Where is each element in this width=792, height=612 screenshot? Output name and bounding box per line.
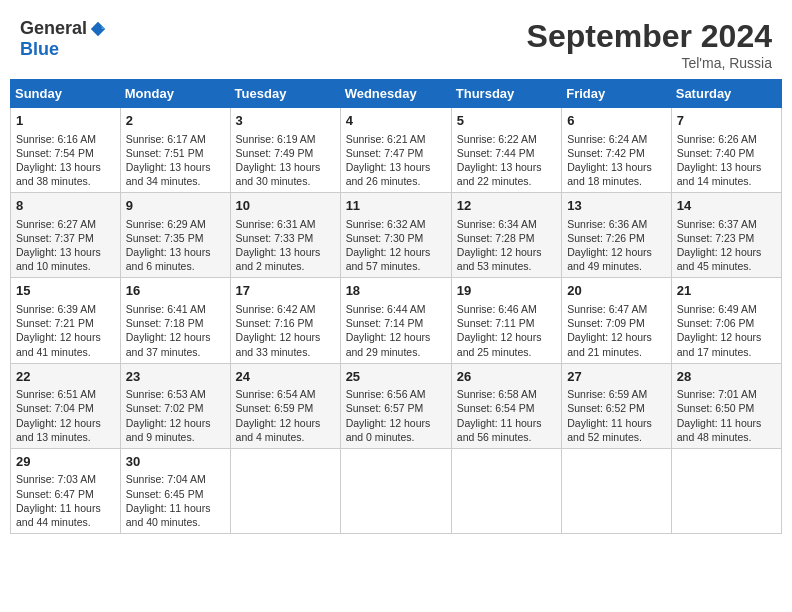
cell-sun-info: Sunrise: 6:22 AM Sunset: 7:44 PM Dayligh… (457, 132, 556, 189)
day-number: 3 (236, 112, 335, 130)
cell-sun-info: Sunrise: 6:58 AM Sunset: 6:54 PM Dayligh… (457, 387, 556, 444)
weekday-header: Monday (120, 80, 230, 108)
calendar-cell: 12Sunrise: 6:34 AM Sunset: 7:28 PM Dayli… (451, 193, 561, 278)
weekday-header: Sunday (11, 80, 121, 108)
day-number: 10 (236, 197, 335, 215)
day-number: 26 (457, 368, 556, 386)
logo-blue-text: Blue (20, 39, 59, 59)
calendar-cell: 2Sunrise: 6:17 AM Sunset: 7:51 PM Daylig… (120, 108, 230, 193)
calendar-cell: 14Sunrise: 6:37 AM Sunset: 7:23 PM Dayli… (671, 193, 781, 278)
cell-sun-info: Sunrise: 6:46 AM Sunset: 7:11 PM Dayligh… (457, 302, 556, 359)
weekday-header: Tuesday (230, 80, 340, 108)
calendar-cell: 8Sunrise: 6:27 AM Sunset: 7:37 PM Daylig… (11, 193, 121, 278)
day-number: 25 (346, 368, 446, 386)
calendar-cell: 26Sunrise: 6:58 AM Sunset: 6:54 PM Dayli… (451, 363, 561, 448)
cell-sun-info: Sunrise: 6:56 AM Sunset: 6:57 PM Dayligh… (346, 387, 446, 444)
cell-sun-info: Sunrise: 6:27 AM Sunset: 7:37 PM Dayligh… (16, 217, 115, 274)
cell-sun-info: Sunrise: 6:51 AM Sunset: 7:04 PM Dayligh… (16, 387, 115, 444)
month-title: September 2024 (527, 18, 772, 55)
cell-sun-info: Sunrise: 6:16 AM Sunset: 7:54 PM Dayligh… (16, 132, 115, 189)
day-number: 28 (677, 368, 776, 386)
cell-sun-info: Sunrise: 6:37 AM Sunset: 7:23 PM Dayligh… (677, 217, 776, 274)
logo: General Blue (20, 18, 107, 60)
cell-sun-info: Sunrise: 7:04 AM Sunset: 6:45 PM Dayligh… (126, 472, 225, 529)
day-number: 23 (126, 368, 225, 386)
day-number: 15 (16, 282, 115, 300)
calendar-cell: 5Sunrise: 6:22 AM Sunset: 7:44 PM Daylig… (451, 108, 561, 193)
calendar-cell: 30Sunrise: 7:04 AM Sunset: 6:45 PM Dayli… (120, 448, 230, 533)
day-number: 20 (567, 282, 666, 300)
cell-sun-info: Sunrise: 6:21 AM Sunset: 7:47 PM Dayligh… (346, 132, 446, 189)
day-number: 18 (346, 282, 446, 300)
weekday-header: Thursday (451, 80, 561, 108)
calendar-cell: 3Sunrise: 6:19 AM Sunset: 7:49 PM Daylig… (230, 108, 340, 193)
calendar-header-row: SundayMondayTuesdayWednesdayThursdayFrid… (11, 80, 782, 108)
day-number: 13 (567, 197, 666, 215)
weekday-header: Friday (562, 80, 672, 108)
day-number: 1 (16, 112, 115, 130)
day-number: 30 (126, 453, 225, 471)
calendar-cell: 20Sunrise: 6:47 AM Sunset: 7:09 PM Dayli… (562, 278, 672, 363)
calendar-cell: 27Sunrise: 6:59 AM Sunset: 6:52 PM Dayli… (562, 363, 672, 448)
day-number: 8 (16, 197, 115, 215)
cell-sun-info: Sunrise: 6:53 AM Sunset: 7:02 PM Dayligh… (126, 387, 225, 444)
day-number: 5 (457, 112, 556, 130)
cell-sun-info: Sunrise: 6:19 AM Sunset: 7:49 PM Dayligh… (236, 132, 335, 189)
day-number: 29 (16, 453, 115, 471)
cell-sun-info: Sunrise: 6:32 AM Sunset: 7:30 PM Dayligh… (346, 217, 446, 274)
weekday-header: Saturday (671, 80, 781, 108)
day-number: 7 (677, 112, 776, 130)
calendar-cell: 24Sunrise: 6:54 AM Sunset: 6:59 PM Dayli… (230, 363, 340, 448)
day-number: 19 (457, 282, 556, 300)
calendar-cell: 23Sunrise: 6:53 AM Sunset: 7:02 PM Dayli… (120, 363, 230, 448)
calendar-cell: 6Sunrise: 6:24 AM Sunset: 7:42 PM Daylig… (562, 108, 672, 193)
calendar-week-row: 15Sunrise: 6:39 AM Sunset: 7:21 PM Dayli… (11, 278, 782, 363)
cell-sun-info: Sunrise: 6:49 AM Sunset: 7:06 PM Dayligh… (677, 302, 776, 359)
calendar-cell: 7Sunrise: 6:26 AM Sunset: 7:40 PM Daylig… (671, 108, 781, 193)
cell-sun-info: Sunrise: 6:59 AM Sunset: 6:52 PM Dayligh… (567, 387, 666, 444)
location: Tel'ma, Russia (527, 55, 772, 71)
day-number: 11 (346, 197, 446, 215)
calendar-cell (562, 448, 672, 533)
cell-sun-info: Sunrise: 6:41 AM Sunset: 7:18 PM Dayligh… (126, 302, 225, 359)
calendar-cell: 9Sunrise: 6:29 AM Sunset: 7:35 PM Daylig… (120, 193, 230, 278)
calendar-week-row: 8Sunrise: 6:27 AM Sunset: 7:37 PM Daylig… (11, 193, 782, 278)
logo-icon (89, 20, 107, 38)
calendar-cell: 22Sunrise: 6:51 AM Sunset: 7:04 PM Dayli… (11, 363, 121, 448)
cell-sun-info: Sunrise: 6:31 AM Sunset: 7:33 PM Dayligh… (236, 217, 335, 274)
day-number: 12 (457, 197, 556, 215)
calendar-cell (230, 448, 340, 533)
day-number: 6 (567, 112, 666, 130)
weekday-header: Wednesday (340, 80, 451, 108)
cell-sun-info: Sunrise: 6:44 AM Sunset: 7:14 PM Dayligh… (346, 302, 446, 359)
calendar-week-row: 29Sunrise: 7:03 AM Sunset: 6:47 PM Dayli… (11, 448, 782, 533)
calendar-cell: 13Sunrise: 6:36 AM Sunset: 7:26 PM Dayli… (562, 193, 672, 278)
cell-sun-info: Sunrise: 6:17 AM Sunset: 7:51 PM Dayligh… (126, 132, 225, 189)
page-header: General Blue September 2024 Tel'ma, Russ… (10, 10, 782, 75)
day-number: 4 (346, 112, 446, 130)
calendar-week-row: 22Sunrise: 6:51 AM Sunset: 7:04 PM Dayli… (11, 363, 782, 448)
day-number: 27 (567, 368, 666, 386)
calendar-week-row: 1Sunrise: 6:16 AM Sunset: 7:54 PM Daylig… (11, 108, 782, 193)
calendar-cell: 11Sunrise: 6:32 AM Sunset: 7:30 PM Dayli… (340, 193, 451, 278)
day-number: 14 (677, 197, 776, 215)
cell-sun-info: Sunrise: 6:42 AM Sunset: 7:16 PM Dayligh… (236, 302, 335, 359)
day-number: 9 (126, 197, 225, 215)
cell-sun-info: Sunrise: 6:34 AM Sunset: 7:28 PM Dayligh… (457, 217, 556, 274)
logo-general-text: General (20, 18, 87, 39)
calendar-cell: 4Sunrise: 6:21 AM Sunset: 7:47 PM Daylig… (340, 108, 451, 193)
cell-sun-info: Sunrise: 7:03 AM Sunset: 6:47 PM Dayligh… (16, 472, 115, 529)
day-number: 22 (16, 368, 115, 386)
cell-sun-info: Sunrise: 6:39 AM Sunset: 7:21 PM Dayligh… (16, 302, 115, 359)
calendar-cell: 10Sunrise: 6:31 AM Sunset: 7:33 PM Dayli… (230, 193, 340, 278)
day-number: 16 (126, 282, 225, 300)
calendar-table: SundayMondayTuesdayWednesdayThursdayFrid… (10, 79, 782, 534)
cell-sun-info: Sunrise: 7:01 AM Sunset: 6:50 PM Dayligh… (677, 387, 776, 444)
cell-sun-info: Sunrise: 6:54 AM Sunset: 6:59 PM Dayligh… (236, 387, 335, 444)
cell-sun-info: Sunrise: 6:36 AM Sunset: 7:26 PM Dayligh… (567, 217, 666, 274)
cell-sun-info: Sunrise: 6:26 AM Sunset: 7:40 PM Dayligh… (677, 132, 776, 189)
cell-sun-info: Sunrise: 6:47 AM Sunset: 7:09 PM Dayligh… (567, 302, 666, 359)
calendar-cell: 18Sunrise: 6:44 AM Sunset: 7:14 PM Dayli… (340, 278, 451, 363)
cell-sun-info: Sunrise: 6:29 AM Sunset: 7:35 PM Dayligh… (126, 217, 225, 274)
cell-sun-info: Sunrise: 6:24 AM Sunset: 7:42 PM Dayligh… (567, 132, 666, 189)
